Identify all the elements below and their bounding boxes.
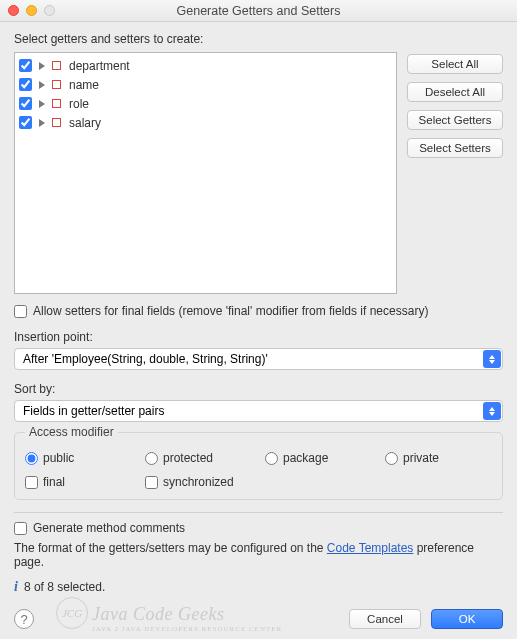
format-note: The format of the getters/setters may be…: [14, 541, 503, 569]
tree-item[interactable]: role: [17, 94, 394, 113]
status-row: i 8 of 8 selected.: [14, 579, 503, 595]
disclosure-triangle-icon[interactable]: [39, 100, 45, 108]
select-setters-button[interactable]: Select Setters: [407, 138, 503, 158]
field-checkbox[interactable]: [19, 59, 32, 72]
field-icon: [52, 61, 61, 70]
synchronized-checkbox[interactable]: [145, 476, 158, 489]
field-label: department: [69, 59, 130, 73]
access-package-option[interactable]: package: [265, 451, 355, 465]
allow-final-label: Allow setters for final fields (remove '…: [33, 304, 428, 318]
tree-item[interactable]: salary: [17, 113, 394, 132]
field-checkbox[interactable]: [19, 97, 32, 110]
field-label: salary: [69, 116, 101, 130]
titlebar: Generate Getters and Setters: [0, 0, 517, 22]
access-public-option[interactable]: public: [25, 451, 115, 465]
insertion-point-select[interactable]: [14, 348, 503, 370]
disclosure-triangle-icon[interactable]: [39, 81, 45, 89]
disclosure-triangle-icon[interactable]: [39, 119, 45, 127]
generate-comments-checkbox[interactable]: [14, 522, 27, 535]
field-label: name: [69, 78, 99, 92]
field-icon: [52, 99, 61, 108]
final-checkbox[interactable]: [25, 476, 38, 489]
sort-by-label: Sort by:: [14, 382, 503, 396]
cancel-button[interactable]: Cancel: [349, 609, 421, 629]
field-checkbox[interactable]: [19, 78, 32, 91]
field-label: role: [69, 97, 89, 111]
select-stepper-icon[interactable]: [483, 402, 501, 420]
field-icon: [52, 80, 61, 89]
final-option[interactable]: final: [25, 475, 115, 489]
footer: ? Cancel OK: [0, 601, 517, 639]
tree-item[interactable]: department: [17, 56, 394, 75]
code-templates-link[interactable]: Code Templates: [327, 541, 414, 555]
field-checkbox[interactable]: [19, 116, 32, 129]
ok-button[interactable]: OK: [431, 609, 503, 629]
disclosure-triangle-icon[interactable]: [39, 62, 45, 70]
access-modifier-title: Access modifier: [25, 425, 118, 439]
access-private-option[interactable]: private: [385, 451, 475, 465]
window-title: Generate Getters and Setters: [0, 4, 517, 18]
access-protected-option[interactable]: protected: [145, 451, 235, 465]
tree-item[interactable]: name: [17, 75, 394, 94]
side-buttons: Select All Deselect All Select Getters S…: [407, 52, 503, 294]
help-button[interactable]: ?: [14, 609, 34, 629]
select-stepper-icon[interactable]: [483, 350, 501, 368]
access-modifier-group: Access modifier public protected package…: [14, 432, 503, 500]
status-text: 8 of 8 selected.: [24, 580, 105, 594]
access-package-radio[interactable]: [265, 452, 278, 465]
deselect-all-button[interactable]: Deselect All: [407, 82, 503, 102]
access-protected-radio[interactable]: [145, 452, 158, 465]
field-tree[interactable]: department name role salary: [14, 52, 397, 294]
access-private-radio[interactable]: [385, 452, 398, 465]
generate-comments-label: Generate method comments: [33, 521, 185, 535]
access-public-radio[interactable]: [25, 452, 38, 465]
insertion-point-label: Insertion point:: [14, 330, 503, 344]
synchronized-option[interactable]: synchronized: [145, 475, 235, 489]
select-all-button[interactable]: Select All: [407, 54, 503, 74]
sort-by-select[interactable]: [14, 400, 503, 422]
prompt-label: Select getters and setters to create:: [14, 32, 503, 46]
field-icon: [52, 118, 61, 127]
allow-final-checkbox[interactable]: [14, 305, 27, 318]
divider: [14, 512, 503, 513]
select-getters-button[interactable]: Select Getters: [407, 110, 503, 130]
info-icon: i: [14, 579, 18, 595]
